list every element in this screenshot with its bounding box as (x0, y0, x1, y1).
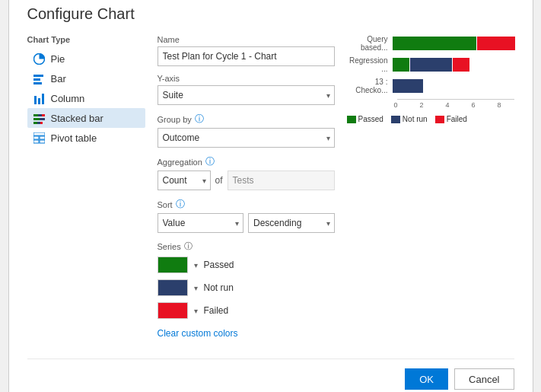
chart-row-query-bars (393, 37, 515, 50)
yaxis-select[interactable]: Suite (158, 85, 335, 105)
legend-not-run-swatch (391, 116, 400, 123)
groupby-field-group: Group by ⓘ Outcome ▾ (158, 113, 335, 148)
bar-regression-not-run (410, 58, 452, 72)
svg-rect-7 (33, 114, 38, 116)
aggregation-info-icon[interactable]: ⓘ (205, 155, 215, 168)
pie-icon (33, 53, 46, 65)
chart-type-label: Chart Type (27, 35, 145, 44)
chart-type-stacked-bar[interactable]: Stacked bar (27, 108, 145, 128)
aggregation-label: Aggregation ⓘ (158, 155, 335, 168)
x-axis-line (397, 99, 514, 100)
bar-regression-passed (393, 58, 409, 72)
svg-rect-9 (42, 114, 45, 116)
not-run-chevron-icon[interactable]: ▾ (194, 284, 198, 292)
bar-query-failed (477, 37, 515, 50)
configure-chart-dialog: Configure Chart Chart Type Pie (8, 0, 533, 392)
x-axis-ticks: 0 2 4 6 8 (394, 101, 514, 109)
cancel-button[interactable]: Cancel (454, 368, 514, 390)
chart-row-checko-label: 13 : Checko... (347, 78, 393, 94)
failed-label: Failed (204, 305, 229, 316)
form-panel: Name Y-axis Suite ▾ Group by ⓘ (145, 35, 347, 346)
clear-custom-colors-link[interactable]: Clear custom colors (158, 328, 238, 339)
failed-color-swatch[interactable] (158, 302, 188, 319)
yaxis-select-wrapper: Suite ▾ (158, 85, 335, 105)
groupby-info-icon[interactable]: ⓘ (195, 113, 204, 126)
ok-button[interactable]: OK (405, 368, 448, 390)
bar-checko-not-run (393, 79, 423, 93)
chart-row-regression: Regression ... (347, 56, 514, 73)
sort-order-select[interactable]: Descending (248, 213, 335, 233)
chart-type-stacked-bar-label: Stacked bar (51, 113, 103, 124)
series-item-passed: ▾ Passed (158, 257, 335, 273)
legend-passed-swatch (347, 116, 356, 123)
name-field-group: Name (158, 35, 335, 66)
svg-rect-14 (40, 122, 43, 124)
pivot-icon (33, 132, 46, 144)
chart-preview-panel: Query based... Regression ... (347, 35, 514, 346)
x-tick-0: 0 (394, 101, 398, 109)
svg-rect-16 (33, 136, 39, 139)
chart-type-list: Pie Bar (27, 49, 145, 148)
x-tick-4: 4 (446, 101, 450, 109)
svg-rect-11 (40, 118, 45, 120)
svg-rect-12 (33, 122, 37, 124)
series-item-failed: ▾ Failed (158, 302, 335, 319)
aggregation-select-wrapper: Count ▾ (158, 171, 211, 190)
bar-icon (33, 72, 46, 84)
passed-chevron-icon[interactable]: ▾ (194, 261, 198, 269)
chart-type-bar[interactable]: Bar (27, 69, 145, 88)
legend-not-run-label: Not run (403, 115, 428, 123)
dialog-title: Configure Chart (27, 5, 514, 23)
chart-type-column-label: Column (51, 93, 85, 104)
aggregation-row: Count ▾ of Tests (158, 171, 335, 190)
sort-value-select[interactable]: Value (158, 213, 244, 233)
of-text: of (215, 175, 223, 186)
svg-rect-10 (33, 118, 40, 120)
groupby-label: Group by ⓘ (158, 113, 335, 126)
svg-rect-13 (37, 122, 40, 124)
passed-color-swatch[interactable] (158, 257, 188, 273)
chart-row-checko: 13 : Checko... (347, 78, 514, 94)
aggregation-select[interactable]: Count (158, 171, 211, 190)
groupby-select[interactable]: Outcome (158, 128, 335, 148)
legend-passed-label: Passed (358, 115, 383, 123)
svg-rect-2 (33, 78, 40, 81)
chart-type-column[interactable]: Column (27, 88, 145, 108)
chart-type-pivot-table[interactable]: Pivot table (27, 128, 145, 148)
not-run-color-swatch[interactable] (158, 279, 188, 296)
name-input[interactable] (158, 46, 335, 66)
chart-preview: Query based... Regression ... (347, 35, 514, 123)
failed-chevron-icon[interactable]: ▾ (194, 307, 198, 315)
series-info-icon[interactable]: ⓘ (184, 241, 193, 252)
legend-failed-label: Failed (447, 115, 467, 123)
series-field-group: Series ⓘ ▾ Passed ▾ Not run ▾ Failed (158, 241, 335, 339)
chart-type-panel: Chart Type Pie (27, 35, 145, 346)
legend-failed: Failed (435, 115, 467, 123)
sort-label: Sort ⓘ (158, 198, 335, 211)
legend-failed-swatch (435, 116, 444, 123)
sort-row: Value ▾ Descending ▾ (158, 213, 335, 233)
svg-rect-15 (33, 132, 45, 135)
tests-field: Tests (228, 171, 335, 190)
chart-row-checko-bars (393, 79, 423, 93)
not-run-label: Not run (204, 282, 234, 293)
chart-type-pie-label: Pie (51, 53, 65, 65)
chart-legend: Passed Not run Failed (347, 115, 514, 123)
series-item-not-run: ▾ Not run (158, 279, 335, 296)
x-tick-2: 2 (420, 101, 424, 109)
svg-rect-17 (40, 136, 45, 139)
legend-passed: Passed (347, 115, 383, 123)
legend-not-run: Not run (391, 115, 428, 123)
chart-type-pivot-table-label: Pivot table (51, 132, 97, 144)
dialog-footer: OK Cancel (27, 359, 514, 390)
svg-rect-19 (40, 140, 45, 143)
chart-row-regression-bars (393, 58, 469, 72)
sort-field-group: Sort ⓘ Value ▾ Descending ▾ (158, 198, 335, 233)
dialog-body: Chart Type Pie (27, 35, 514, 346)
chart-type-pie[interactable]: Pie (27, 49, 145, 69)
x-tick-8: 8 (498, 101, 501, 109)
x-tick-6: 6 (472, 101, 476, 109)
chart-type-bar-label: Bar (51, 73, 66, 84)
sort-info-icon[interactable]: ⓘ (176, 198, 185, 211)
svg-rect-3 (33, 82, 42, 84)
